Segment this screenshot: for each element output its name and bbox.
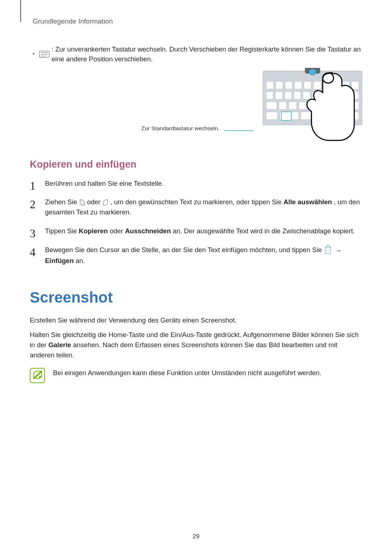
screenshot-body-bold: Galerie [48, 341, 71, 349]
step-1-text: Berühren und halten Sie eine Textstelle. [45, 180, 164, 187]
toggle-standard-keyboard-icon [281, 111, 292, 121]
step-3: Tippen Sie Kopieren oder Ausschneiden an… [30, 226, 362, 236]
screenshot-body-b: ansehen. Nach dem Erfassen eines Screens… [30, 341, 337, 359]
floating-keyboard-figure: Zur Standardtastatur wechseln. [30, 71, 362, 135]
step-3-bold-1: Kopieren [79, 227, 108, 235]
copy-paste-heading: Kopieren und einfügen [30, 157, 362, 172]
step-2: Ziehen Sie oder , um den gewünschten Tex… [30, 197, 362, 217]
step-4-bold: Einfügen [45, 257, 74, 264]
step-3-text-a: Tippen Sie [45, 227, 79, 235]
selection-handle-left-icon [80, 199, 85, 206]
step-4-text-c: an. [75, 257, 85, 264]
step-3-text-c: oder [110, 227, 125, 235]
step-2-text-c: , um den gewünschten Text zu markieren, … [110, 198, 283, 206]
note-callout: Bei einigen Anwendungen kann diese Funkt… [30, 368, 362, 383]
step-3-text-d: an. Der ausgewählte Text wird in die Zwi… [173, 227, 355, 235]
screenshot-heading: Screenshot [30, 286, 362, 309]
keyboard-figure-caption: Zur Standardtastatur wechseln. [141, 125, 219, 131]
step-4: Bewegen Sie den Cursor an die Stelle, an… [30, 245, 362, 266]
screenshot-intro: Erstellen Sie während der Verwendung des… [30, 315, 362, 325]
clipboard-icon [325, 247, 331, 254]
bullet-dot [33, 48, 36, 65]
step-1: Berühren und halten Sie eine Textstelle. [30, 178, 362, 189]
step-3-bold-2: Ausschneiden [125, 227, 171, 235]
page-corner-rule [20, 0, 21, 22]
note-text: Bei einigen Anwendungen kann diese Funkt… [53, 368, 321, 378]
copy-paste-steps: Berühren und halten Sie eine Textstelle.… [30, 178, 362, 266]
floating-keyboard-text: : Zur unverankerten Tastatur wechseln. D… [52, 44, 362, 65]
note-icon [30, 368, 45, 383]
keyboard-icon [39, 44, 49, 65]
screenshot-body: Halten Sie gleichzeitig die Home-Taste u… [30, 330, 362, 360]
arrow-right-icon: → [335, 245, 342, 256]
hand-drag-illustration [303, 71, 355, 141]
step-2-bold: Alle auswählen [283, 198, 332, 206]
keyboard-illustration [263, 71, 362, 135]
selection-handle-right-icon [103, 199, 108, 206]
section-header: Grundlegende Information [30, 16, 362, 27]
step-2-text-a: Ziehen Sie [45, 198, 79, 206]
floating-keyboard-bullet: : Zur unverankerten Tastatur wechseln. D… [33, 44, 362, 65]
step-4-text-a: Bewegen Sie den Cursor an die Stelle, an… [45, 246, 324, 254]
step-2-text-b: oder [87, 198, 102, 206]
page-number: 29 [193, 532, 200, 541]
